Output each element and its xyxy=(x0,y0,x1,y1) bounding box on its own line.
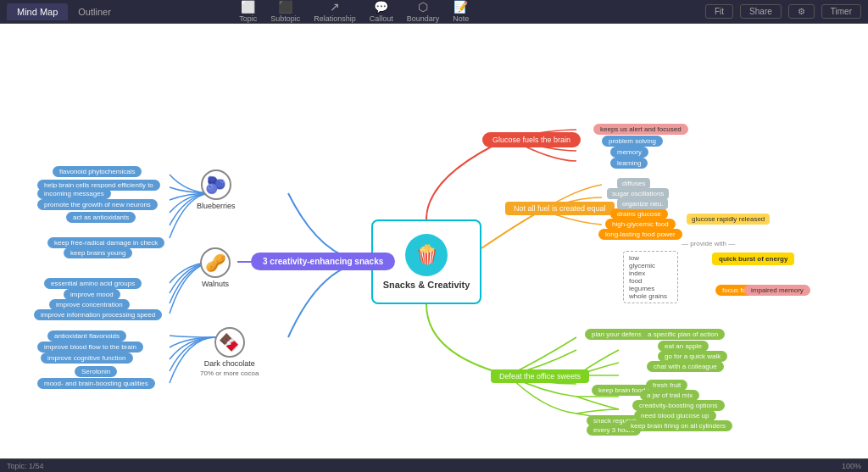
tool-label: Subtopic xyxy=(270,14,300,23)
tool-label: Boundary xyxy=(407,14,440,23)
leaf-cognitive[interactable]: improve cognitive function xyxy=(41,353,133,364)
tool-label: Topic xyxy=(239,14,257,23)
timer-button[interactable]: Timer xyxy=(821,4,861,19)
fit-button[interactable]: Fit xyxy=(705,4,733,19)
branch-glucose[interactable]: Glucose fuels the brain xyxy=(482,132,581,147)
toolbar-tabs: Mind Map Outliner xyxy=(7,3,121,20)
tool-label: Callout xyxy=(370,14,393,23)
outline-label-index: index xyxy=(629,269,672,277)
mindmap-canvas[interactable]: 🍿 Snacks & Creativity 3 creativity-enhan… xyxy=(0,24,868,458)
leaf-brain-cells2[interactable]: incoming messages xyxy=(37,188,111,199)
tool-topic[interactable]: ⬜ Topic xyxy=(239,0,257,23)
leaf-mood-brain[interactable]: mood- and brain-boosting qualities xyxy=(37,378,155,389)
leaf-specific-plan[interactable]: a specific plan of action xyxy=(641,329,725,340)
leaf-glucose-rapid[interactable]: glucose rapidly released xyxy=(687,214,770,225)
darkchoc-icon: 🍫 xyxy=(214,327,245,358)
outline-label-whole: whole grains xyxy=(629,292,672,300)
settings-button[interactable]: ⚙ xyxy=(788,4,815,19)
outline-label-food: food xyxy=(629,277,672,285)
outline-label-low: low xyxy=(629,254,672,262)
leaf-brain-firing[interactable]: keep brain firing on all cylinders xyxy=(624,420,732,431)
share-button[interactable]: Share xyxy=(740,4,782,19)
statusbar: Topic: 1/54 100% xyxy=(0,458,868,472)
leaf-sugar[interactable]: sugar oscillations xyxy=(607,188,669,199)
toolbar: Mind Map Outliner ⬜ Topic ⬛ Subtopic ↗ R… xyxy=(0,0,868,24)
quick-boost-node[interactable]: quick burst of energy xyxy=(712,253,794,265)
note-icon: 📝 xyxy=(453,0,468,14)
subtopic-icon: ⬛ xyxy=(278,0,292,14)
blueberries-node[interactable]: 🫐 Blueberries xyxy=(197,169,236,210)
branch-defeat[interactable]: Defeat the office sweets xyxy=(491,369,589,383)
blueberries-label: Blueberries xyxy=(197,202,236,210)
tool-subtopic[interactable]: ⬛ Subtopic xyxy=(270,0,300,23)
leaf-problem-solving[interactable]: problem solving xyxy=(602,136,663,147)
branch-notall[interactable]: Not all fuel is created equal xyxy=(505,202,615,215)
callout-icon: 💬 xyxy=(374,0,388,14)
relationship-icon: ↗ xyxy=(330,0,340,14)
leaf-learning[interactable]: learning xyxy=(610,158,648,169)
leaf-organize[interactable]: organize neu. xyxy=(617,198,668,209)
walnuts-icon: 🥜 xyxy=(200,247,231,278)
leaf-memory[interactable]: memory xyxy=(610,147,648,158)
outline-label-glycemic: glycemic xyxy=(629,262,672,269)
tab-mindmap[interactable]: Mind Map xyxy=(7,3,68,20)
leaf-brains-young[interactable]: keep brains young xyxy=(64,247,132,258)
impaired-memory-leaf[interactable]: impaired memory xyxy=(744,285,810,296)
tool-boundary[interactable]: ⬡ Boundary xyxy=(407,0,440,23)
zoom-level: 100% xyxy=(842,462,861,470)
leaf-antioxflavonoids[interactable]: antioxidant flavonoids xyxy=(47,330,126,342)
leaf-serotonin[interactable]: Serotonin xyxy=(75,366,117,377)
leaf-antioxidant[interactable]: act as antioxidants xyxy=(66,212,136,223)
leaf-long-lasting[interactable]: long-lasting food power xyxy=(598,229,682,240)
toolbar-right: Fit Share ⚙ Timer xyxy=(705,4,861,19)
tool-note[interactable]: 📝 Note xyxy=(453,0,469,23)
leaf-amino[interactable]: essential amino acid groups xyxy=(44,278,142,289)
leaf-chat-colleague[interactable]: chat with a colleague xyxy=(647,361,724,372)
statusbar-topic: Topic: 1/54 xyxy=(7,462,44,470)
center-icon: 🍿 xyxy=(405,234,448,276)
walnuts-node[interactable]: 🥜 Walnuts xyxy=(200,247,231,288)
darkchoc-sublabel: 70% or more cocoa xyxy=(200,369,259,377)
tool-label: Note xyxy=(453,14,469,23)
outline-lowgl: low glycemic index food legumes whole gr… xyxy=(623,251,678,303)
walnuts-label: Walnuts xyxy=(202,280,229,288)
leaf-promote[interactable]: promote the growth of new neurons xyxy=(37,199,158,210)
provide-label: — provide with — xyxy=(682,240,735,247)
blueberries-icon: 🫐 xyxy=(201,169,231,200)
leaf-flavonoid[interactable]: flavonoid phytochemicals xyxy=(53,166,142,177)
leaf-bloodflow[interactable]: improve blood flow to the brain xyxy=(37,342,143,353)
leaf-processing[interactable]: improve information processing speed xyxy=(34,309,162,320)
topic-icon: ⬜ xyxy=(241,0,255,14)
boundary-icon: ⬡ xyxy=(418,0,428,14)
branch-3snacks[interactable]: 3 creativity-enhancing snacks xyxy=(251,253,395,270)
toolbar-tools: ⬜ Topic ⬛ Subtopic ↗ Relationship 💬 Call… xyxy=(239,0,469,23)
tab-outliner[interactable]: Outliner xyxy=(68,3,121,20)
outline-label-legumes: legumes xyxy=(629,285,672,292)
darkchoc-node[interactable]: 🍫 Dark chocolate 70% or more cocoa xyxy=(200,327,259,377)
tool-callout[interactable]: 💬 Callout xyxy=(370,0,393,23)
darkchoc-label: Dark chocolate xyxy=(204,359,255,368)
center-label: Snacks & Creativity xyxy=(383,280,470,290)
branch-3snacks-label: 3 creativity-enhancing snacks xyxy=(263,257,383,266)
tool-relationship[interactable]: ↗ Relationship xyxy=(314,0,356,23)
statusbar-right: 100% xyxy=(842,462,861,470)
tool-label: Relationship xyxy=(314,14,356,23)
leaf-alert[interactable]: keeps us alert and focused xyxy=(593,124,688,135)
